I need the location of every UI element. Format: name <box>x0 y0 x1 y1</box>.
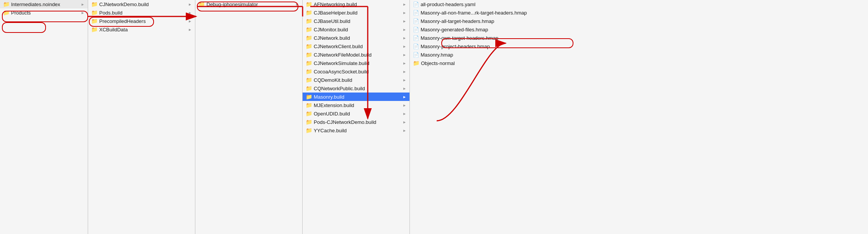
item-label: CJMonitor.build <box>314 27 401 32</box>
chevron-icon: ► <box>403 61 406 65</box>
chevron-icon: ► <box>403 19 406 23</box>
folder-icon: 📁 <box>91 26 98 32</box>
column-1: 📁 Intermediates.noindex ► 📁 Products ► <box>0 0 88 234</box>
item-label: AFNetworking.build <box>314 2 401 7</box>
list-item[interactable]: 📁 CJNetworkSimulate.build ► <box>303 59 409 67</box>
list-item[interactable]: 📄 Masonry-own-target-headers.hmap <box>410 34 868 42</box>
item-label: CJNetworkSimulate.build <box>314 60 401 66</box>
list-item[interactable]: 📁 PrecompiledHeaders ► <box>88 17 195 25</box>
chevron-icon: ► <box>403 103 406 107</box>
list-item[interactable]: 📁 Pods-CJNetworkDemo.build ► <box>303 118 409 126</box>
item-label: CocoaAsyncSocket.build <box>314 69 401 75</box>
item-label: Products <box>11 10 79 16</box>
list-item[interactable]: 📁 MJExtension.build ► <box>303 101 409 109</box>
list-item[interactable]: 📄 Masonry-all-non-frame...rk-target-head… <box>410 8 868 17</box>
folder-icon: 📁 <box>306 119 312 125</box>
folder-icon: 📁 <box>306 1 312 7</box>
list-item[interactable]: 📄 all-product-headers.yaml <box>410 0 868 8</box>
item-label: CJNetworkFileModel.build <box>314 52 401 58</box>
list-item[interactable]: 📁 XCBuildData ► <box>88 25 195 34</box>
list-item[interactable]: 📄 Masonry-all-target-headers.hmap <box>410 17 868 25</box>
item-label: PrecompiledHeaders <box>99 18 187 24</box>
list-item[interactable]: 📁 AFNetworking.build ► <box>303 0 409 8</box>
chevron-icon: ► <box>403 11 406 15</box>
list-item[interactable]: 📁 Pods.build ► <box>88 8 195 17</box>
list-item[interactable]: 📁 CJNetwork.build ► <box>303 34 409 42</box>
chevron-icon: ► <box>403 86 406 91</box>
item-label: MJExtension.build <box>314 102 401 108</box>
item-label: YYCache.build <box>314 128 401 133</box>
chevron-icon: ► <box>81 2 85 6</box>
item-label: Pods-CJNetworkDemo.build <box>314 119 401 125</box>
item-label: all-product-headers.yaml <box>421 2 865 7</box>
chevron-icon: ► <box>403 44 406 49</box>
folder-icon: 📁 <box>306 35 312 41</box>
chevron-icon: ► <box>188 19 192 23</box>
item-label: CJBaseUtil.build <box>314 18 401 24</box>
item-label: Pods.build <box>99 10 187 16</box>
folder-icon: 📁 <box>198 1 205 7</box>
folder-icon: 📁 <box>3 10 10 16</box>
chevron-icon: ► <box>188 2 192 6</box>
column-4: 📁 AFNetworking.build ► 📁 CJBaseHelper.bu… <box>303 0 410 234</box>
list-item[interactable]: 📁 CQNetworkPublic.build ► <box>303 84 409 93</box>
item-label: Masonry.build <box>314 94 401 100</box>
folder-icon: 📁 <box>306 68 312 75</box>
chevron-icon: ► <box>403 70 406 74</box>
folder-icon: 📁 <box>306 127 312 133</box>
list-item[interactable]: 📁 CJMonitor.build ► <box>303 25 409 34</box>
item-label: CJNetwork.build <box>314 35 401 41</box>
list-item[interactable]: 📁 OpenUDID.build ► <box>303 109 409 118</box>
list-item[interactable]: 📁 Masonry.build ► <box>303 93 409 101</box>
list-item[interactable]: 📁 Debug-iphonesimulator ► <box>195 0 302 8</box>
folder-icon: 📁 <box>306 110 312 117</box>
list-item[interactable]: 📄 Masonry.hmap <box>410 50 868 59</box>
file-icon: 📄 <box>413 52 419 58</box>
list-item[interactable]: 📁 Objects-normal <box>410 59 868 67</box>
item-label: Objects-normal <box>421 60 865 66</box>
chevron-icon: ► <box>295 2 299 6</box>
item-label: CQNetworkPublic.build <box>314 86 401 91</box>
list-item[interactable]: 📁 CJNetworkDemo.build ► <box>88 0 195 8</box>
list-item[interactable]: 📁 Products ► <box>0 8 88 17</box>
item-label: XCBuildData <box>99 27 187 32</box>
column-5: 📄 all-product-headers.yaml 📄 Masonry-all… <box>410 0 868 234</box>
file-icon: 📄 <box>413 10 419 16</box>
chevron-icon: ► <box>403 2 406 6</box>
file-icon: 📄 <box>413 18 419 24</box>
chevron-icon: ► <box>403 78 406 82</box>
item-label: Masonry.hmap <box>421 52 865 58</box>
list-item[interactable]: 📁 CocoaAsyncSocket.build ► <box>303 67 409 76</box>
chevron-icon: ► <box>403 112 406 116</box>
list-item[interactable]: 📁 CJBaseHelper.build ► <box>303 8 409 17</box>
finder-window: 📁 Intermediates.noindex ► 📁 Products ► 📁… <box>0 0 868 234</box>
item-label: OpenUDID.build <box>314 111 401 117</box>
file-icon: 📄 <box>413 44 419 49</box>
chevron-icon: ► <box>403 36 406 40</box>
item-label: Masonry-generated-files.hmap <box>421 27 865 32</box>
list-item[interactable]: 📄 Masonry-generated-files.hmap <box>410 25 868 34</box>
list-item[interactable]: 📄 Masonry-project-headers.hmap <box>410 42 868 50</box>
list-item[interactable]: 📁 Intermediates.noindex ► <box>0 0 88 8</box>
item-label: Intermediates.noindex <box>11 2 79 7</box>
item-label: CJNetworkClient.build <box>314 44 401 49</box>
column-3: 📁 Debug-iphonesimulator ► <box>195 0 303 234</box>
item-label: CQDemoKit.build <box>314 77 401 83</box>
list-item[interactable]: 📁 CJNetworkClient.build ► <box>303 42 409 50</box>
folder-icon: 📁 <box>306 60 312 66</box>
list-item[interactable]: 📁 CJBaseUtil.build ► <box>303 17 409 25</box>
folder-icon: 📁 <box>413 60 419 66</box>
item-label: Masonry-project-headers.hmap <box>421 44 865 49</box>
chevron-icon: ► <box>188 11 192 15</box>
item-label: CJBaseHelper.build <box>314 10 401 16</box>
folder-icon: 📁 <box>306 10 312 16</box>
folder-icon: 📁 <box>306 85 312 91</box>
yaml-file-icon: 📄 <box>413 2 419 7</box>
folder-icon: 📁 <box>306 102 312 108</box>
list-item[interactable]: 📁 YYCache.build ► <box>303 126 409 135</box>
list-item[interactable]: 📁 CQDemoKit.build ► <box>303 76 409 84</box>
folder-icon: 📁 <box>91 18 98 24</box>
folder-icon: 📁 <box>306 18 312 24</box>
folder-icon: 📁 <box>91 1 98 7</box>
list-item[interactable]: 📁 CJNetworkFileModel.build ► <box>303 50 409 59</box>
